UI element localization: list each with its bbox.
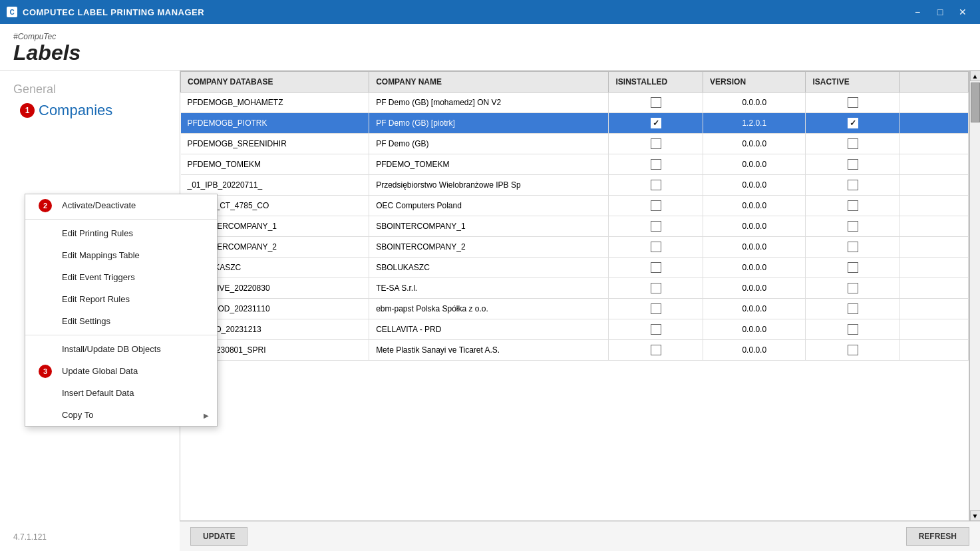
checkbox-active[interactable] — [848, 97, 858, 108]
cell-installed[interactable] — [609, 237, 703, 258]
menu-item-printing-rules[interactable]: Edit Printing Rules — [25, 222, 217, 244]
cell-active[interactable] — [806, 134, 900, 154]
checkbox-installed[interactable] — [651, 159, 661, 170]
cell-installed[interactable] — [609, 134, 703, 154]
cell-active[interactable] — [806, 299, 900, 319]
cell-installed[interactable] — [609, 196, 703, 216]
checkbox-active[interactable] — [848, 221, 858, 232]
checkbox-installed[interactable] — [651, 345, 661, 355]
scroll-up-arrow[interactable]: ▲ — [970, 71, 981, 81]
table-row[interactable]: PFDEMOGB_SREENIDHIRPF Demo (GB)0.0.0.0 — [181, 134, 969, 154]
close-button[interactable]: ✕ — [952, 3, 973, 21]
cell-active[interactable] — [806, 258, 900, 278]
checkbox-installed[interactable] — [651, 283, 661, 293]
cell-active[interactable] — [806, 113, 900, 134]
data-table-wrapper[interactable]: COMPANY DATABASE COMPANY NAME ISINSTALLE… — [180, 71, 969, 521]
content-area: General 1 Companies 2 Activate/Deactivat… — [0, 71, 980, 551]
scrollbar-thumb[interactable] — [971, 83, 980, 122]
table-row[interactable]: SBOINTERCOMPANY_1SBOINTERCOMPANY_10.0.0.… — [181, 216, 969, 237]
menu-item-report-rules-label: Edit Report Rules — [62, 294, 130, 304]
checkbox-installed[interactable] — [651, 242, 661, 252]
checkbox-active[interactable] — [848, 118, 858, 128]
cell-active[interactable] — [806, 196, 900, 216]
table-row[interactable]: SBOINTERCOMPANY_2SBOINTERCOMPANY_20.0.0.… — [181, 237, 969, 258]
checkbox-installed[interactable] — [651, 200, 661, 211]
cell-version: 0.0.0.0 — [703, 216, 806, 237]
title-bar-title: COMPUTEC LABEL PRINTING MANAGER — [23, 7, 204, 17]
cell-active[interactable] — [806, 175, 900, 196]
table-row[interactable]: _01_IPB_20220711_Przedsiębiorstwo Wielob… — [181, 175, 969, 196]
menu-item-install-update[interactable]: Install/Update DB Objects — [25, 338, 217, 360]
minimize-button[interactable]: − — [907, 3, 928, 21]
checkbox-installed[interactable] — [651, 262, 661, 273]
menu-item-settings[interactable]: Edit Settings — [25, 310, 217, 332]
checkbox-active[interactable] — [848, 303, 858, 314]
menu-item-copy-to[interactable]: Copy To — [25, 404, 217, 426]
menu-item-activate[interactable]: 2 Activate/Deactivate — [25, 194, 217, 216]
cell-installed[interactable] — [609, 340, 703, 361]
checkbox-installed[interactable] — [651, 221, 661, 232]
cell-installed[interactable] — [609, 258, 703, 278]
update-button[interactable]: UPDATE — [190, 527, 247, 546]
checkbox-active[interactable] — [848, 324, 858, 335]
checkbox-active[interactable] — [848, 180, 858, 190]
checkbox-installed[interactable] — [651, 180, 661, 190]
refresh-button[interactable]: REFRESH — [906, 527, 969, 546]
table-row[interactable]: ETE_20230801_SPRIMete Plastik Sanayi ve … — [181, 340, 969, 361]
cell-name: PF Demo (GB) [mohamedz] ON V2 — [369, 92, 609, 113]
cell-active[interactable] — [806, 319, 900, 340]
table-row[interactable]: PPL_PROD_20231110ebm-papst Polska Spółka… — [181, 299, 969, 319]
sidebar-companies[interactable]: 1 Companies — [0, 99, 180, 124]
cell-active[interactable] — [806, 154, 900, 175]
table-row[interactable]: PFDEMOGB_MOHAMETZPF Demo (GB) [mohamedz]… — [181, 92, 969, 113]
table-row[interactable]: PFDEMO_TOMEKMPFDEMO_TOMEKM0.0.0.0 — [181, 154, 969, 175]
menu-item-mappings[interactable]: Edit Mappings Table — [25, 244, 217, 266]
logo-hashtag: #CompuTec — [13, 32, 967, 41]
cell-installed[interactable] — [609, 113, 703, 134]
cell-installed[interactable] — [609, 299, 703, 319]
table-row[interactable]: PFDEMOGB_PIOTRKPF Demo (GB) [piotrk]1.2.… — [181, 113, 969, 134]
table-row[interactable]: VITAPRD_20231213CELLAVITA - PRD0.0.0.0 — [181, 319, 969, 340]
cell-installed[interactable] — [609, 216, 703, 237]
menu-item-insert-default[interactable]: Insert Default Data — [25, 382, 217, 404]
table-row[interactable]: EMOPL_CT_4785_COOEC Computers Poland0.0.… — [181, 196, 969, 216]
cell-name: ebm-papst Polska Spółka z o.o. — [369, 299, 609, 319]
checkbox-active[interactable] — [848, 262, 858, 273]
maximize-button[interactable]: □ — [929, 3, 951, 21]
cell-active[interactable] — [806, 92, 900, 113]
menu-item-report-rules[interactable]: Edit Report Rules — [25, 288, 217, 310]
cell-installed[interactable] — [609, 175, 703, 196]
cell-active[interactable] — [806, 340, 900, 361]
version-label: 4.7.1.121 — [13, 532, 47, 542]
cell-active[interactable] — [806, 216, 900, 237]
cell-name: OEC Computers Poland — [369, 196, 609, 216]
checkbox-installed[interactable] — [651, 324, 661, 335]
checkbox-active[interactable] — [848, 159, 858, 170]
checkbox-installed[interactable] — [651, 97, 661, 108]
checkbox-active[interactable] — [848, 200, 858, 211]
checkbox-installed[interactable] — [651, 138, 661, 149]
checkbox-active[interactable] — [848, 345, 858, 355]
cell-installed[interactable] — [609, 278, 703, 299]
scroll-down-arrow[interactable]: ▼ — [970, 510, 981, 521]
checkbox-installed[interactable] — [651, 303, 661, 314]
cell-version: 0.0.0.0 — [703, 154, 806, 175]
menu-item-update-global[interactable]: 3 Update Global Data — [25, 360, 217, 382]
checkbox-active[interactable] — [848, 138, 858, 149]
title-bar: C COMPUTEC LABEL PRINTING MANAGER − □ ✕ — [0, 0, 980, 24]
cell-installed[interactable] — [609, 154, 703, 175]
cell-active[interactable] — [806, 278, 900, 299]
checkbox-installed[interactable] — [651, 118, 661, 128]
col-header-installed: ISINSTALLED — [609, 72, 703, 92]
cell-active[interactable] — [806, 237, 900, 258]
menu-item-event-triggers[interactable]: Edit Event Triggers — [25, 266, 217, 288]
checkbox-active[interactable] — [848, 283, 858, 293]
checkbox-active[interactable] — [848, 242, 858, 252]
cell-extra — [900, 319, 969, 340]
cell-installed[interactable] — [609, 92, 703, 113]
table-row[interactable]: SBOLUKASZCSBOLUKASZC0.0.0.0 — [181, 258, 969, 278]
table-row[interactable]: TESA_LIVE_20220830TE-SA S.r.l.0.0.0.0 — [181, 278, 969, 299]
cell-installed[interactable] — [609, 319, 703, 340]
footer-bar: UPDATE REFRESH — [180, 521, 980, 551]
scrollbar-track[interactable]: ▲ ▼ — [969, 71, 980, 521]
